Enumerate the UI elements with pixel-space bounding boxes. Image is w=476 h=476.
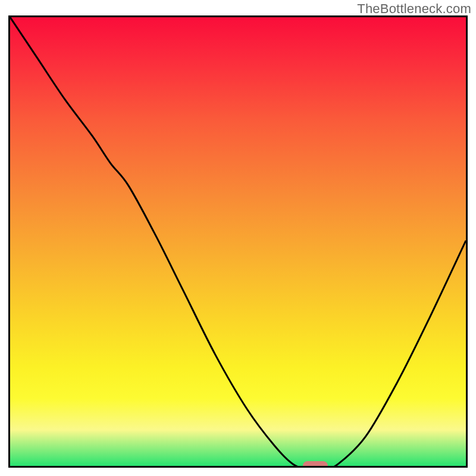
bottleneck-curve (10, 17, 466, 468)
chart-frame (8, 15, 468, 468)
watermark-text: TheBottleneck.com (357, 1, 471, 17)
curve-path (10, 17, 466, 468)
minimum-marker (303, 461, 328, 468)
